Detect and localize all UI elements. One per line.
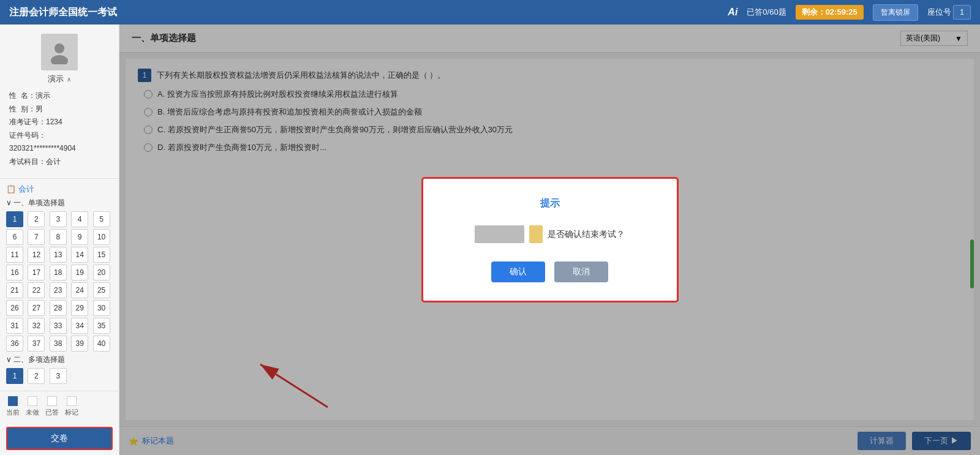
header: 注册会计师全国统一考试 Ai 已答0/60题 剩余：02:59:25 暂离锁屏 … bbox=[0, 0, 980, 24]
lock-screen-button[interactable]: 暂离锁屏 bbox=[873, 4, 918, 21]
dialog-title: 提示 bbox=[448, 197, 652, 210]
legend-current: 当前 bbox=[6, 396, 20, 417]
user-avatar-icon bbox=[47, 40, 72, 64]
legend-current-label: 当前 bbox=[6, 408, 20, 417]
question-btn-38[interactable]: 38 bbox=[50, 336, 67, 352]
header-controls: Ai 已答0/60题 剩余：02:59:25 暂离锁屏 座位号 1 bbox=[728, 4, 971, 21]
timer-display: 剩余：02:59:25 bbox=[796, 5, 864, 20]
question-btn-7[interactable]: 7 bbox=[28, 229, 45, 245]
question-btn-26[interactable]: 26 bbox=[6, 300, 23, 316]
question-btn-39[interactable]: 39 bbox=[71, 336, 88, 352]
blurred-text-1: 演示考生 您 bbox=[475, 225, 525, 243]
dialog-cancel-button[interactable]: 取消 bbox=[554, 261, 608, 282]
profile-sex: 性 别：男 bbox=[9, 103, 110, 116]
question-btn-34[interactable]: 34 bbox=[71, 318, 88, 334]
question-btn-1[interactable]: 1 bbox=[6, 211, 23, 227]
question-btn-29[interactable]: 29 bbox=[71, 300, 88, 316]
question-btn-15[interactable]: 15 bbox=[93, 247, 110, 263]
profile-fullname: 性 名：演示 bbox=[9, 89, 110, 103]
modal-overlay: 提示 演示考生 您 好 是否确认结束考试？ 确认 取消 bbox=[119, 24, 980, 455]
profile-name-text: 演示 bbox=[48, 73, 64, 85]
section2-grid: 1 2 3 bbox=[6, 368, 113, 384]
legend: 当前 未做 已答 标记 bbox=[0, 391, 119, 422]
profile-name-row: 演示 ∧ bbox=[48, 73, 71, 85]
timer-label: 剩余： bbox=[802, 7, 826, 17]
question-btn-8[interactable]: 8 bbox=[50, 229, 67, 245]
multi-question-btn-1[interactable]: 1 bbox=[6, 368, 23, 384]
sidebar: 演示 ∧ 性 名：演示 性 别：男 准考证号：1234 证件号码：320321*… bbox=[0, 24, 119, 455]
app-title: 注册会计师全国统一考试 bbox=[9, 6, 117, 19]
legend-unanswered: 未做 bbox=[26, 396, 39, 417]
subject-label: 📋会计 bbox=[6, 184, 113, 195]
dialog-buttons: 确认 取消 bbox=[448, 261, 652, 282]
question-btn-35[interactable]: 35 bbox=[93, 318, 110, 334]
section2-label: ∨二、多项选择题 bbox=[6, 355, 113, 365]
legend-answered-label: 已答 bbox=[45, 408, 59, 417]
question-btn-4[interactable]: 4 bbox=[71, 211, 88, 227]
question-btn-17[interactable]: 17 bbox=[28, 265, 45, 280]
question-btn-21[interactable]: 21 bbox=[6, 282, 23, 298]
profile-exam-id: 准考证号：1234 bbox=[9, 116, 110, 129]
multi-question-btn-3[interactable]: 3 bbox=[50, 368, 67, 384]
question-btn-14[interactable]: 14 bbox=[71, 247, 88, 263]
question-btn-36[interactable]: 36 bbox=[6, 336, 23, 352]
seat-label: 座位号 bbox=[927, 7, 951, 17]
question-btn-22[interactable]: 22 bbox=[28, 282, 45, 298]
legend-answered-box bbox=[47, 396, 57, 406]
question-btn-10[interactable]: 10 bbox=[93, 229, 110, 245]
legend-unanswered-box bbox=[28, 396, 37, 406]
question-btn-23[interactable]: 23 bbox=[50, 282, 67, 298]
question-btn-31[interactable]: 31 bbox=[6, 318, 23, 334]
profile-subject: 考试科目：会计 bbox=[9, 156, 110, 169]
seat-value: 1 bbox=[953, 5, 971, 20]
question-btn-30[interactable]: 30 bbox=[93, 300, 110, 316]
dialog-content: 演示考生 您 好 是否确认结束考试？ bbox=[448, 225, 652, 243]
dialog-confirm-button[interactable]: 确认 bbox=[491, 261, 545, 282]
content-area: 一、单项选择题 英语(美国) ▼ 1 下列有关长期股权投资权益法增资后仍采用权益… bbox=[119, 24, 980, 455]
question-btn-19[interactable]: 19 bbox=[71, 265, 88, 280]
question-btn-32[interactable]: 32 bbox=[28, 318, 45, 334]
confirm-question-text: 是否确认结束考试？ bbox=[548, 227, 625, 242]
profile-expand-icon[interactable]: ∧ bbox=[67, 76, 71, 83]
font-size-icon[interactable]: Ai bbox=[728, 7, 737, 18]
multi-question-btn-2[interactable]: 2 bbox=[28, 368, 45, 384]
question-btn-13[interactable]: 13 bbox=[50, 247, 67, 263]
question-nav: 📋会计 ∨一、单项选择题 1 2 3 4 5 6 7 8 9 10 11 12 … bbox=[0, 179, 119, 391]
svg-point-1 bbox=[51, 55, 68, 64]
timer-value: 02:59:25 bbox=[826, 7, 858, 17]
avatar bbox=[41, 34, 78, 70]
section1-label: ∨一、单项选择题 bbox=[6, 198, 113, 208]
legend-current-box bbox=[8, 396, 18, 406]
question-btn-3[interactable]: 3 bbox=[50, 211, 67, 227]
legend-marked-box bbox=[67, 396, 77, 406]
blurred-text-2: 好 bbox=[529, 225, 543, 243]
question-btn-9[interactable]: 9 bbox=[71, 229, 88, 245]
legend-marked: 标记 bbox=[65, 396, 78, 417]
question-btn-12[interactable]: 12 bbox=[28, 247, 45, 263]
question-btn-16[interactable]: 16 bbox=[6, 265, 23, 280]
question-btn-27[interactable]: 27 bbox=[28, 300, 45, 316]
profile-cert-number: 证件号码：320321*********4904 bbox=[9, 129, 110, 156]
question-btn-24[interactable]: 24 bbox=[71, 282, 88, 298]
question-btn-25[interactable]: 25 bbox=[93, 282, 110, 298]
question-btn-33[interactable]: 33 bbox=[50, 318, 67, 334]
question-btn-2[interactable]: 2 bbox=[28, 211, 45, 227]
confirm-dialog: 提示 演示考生 您 好 是否确认结束考试？ 确认 取消 bbox=[421, 177, 679, 303]
profile-section: 演示 ∧ 性 名：演示 性 别：男 准考证号：1234 证件号码：320321*… bbox=[0, 24, 119, 179]
seat-number-display: 座位号 1 bbox=[927, 7, 971, 18]
legend-unanswered-label: 未做 bbox=[26, 408, 39, 417]
score-display: 已答0/60题 bbox=[747, 7, 786, 18]
question-btn-20[interactable]: 20 bbox=[93, 265, 110, 280]
question-btn-18[interactable]: 18 bbox=[50, 265, 67, 280]
legend-answered: 已答 bbox=[45, 396, 59, 417]
question-btn-11[interactable]: 11 bbox=[6, 247, 23, 263]
question-btn-6[interactable]: 6 bbox=[6, 229, 23, 245]
legend-marked-label: 标记 bbox=[65, 408, 78, 417]
question-btn-28[interactable]: 28 bbox=[50, 300, 67, 316]
section1-grid: 1 2 3 4 5 6 7 8 9 10 11 12 13 14 15 16 1… bbox=[6, 211, 113, 352]
question-btn-5[interactable]: 5 bbox=[93, 211, 110, 227]
submit-button[interactable]: 交卷 bbox=[6, 427, 113, 450]
profile-info: 性 名：演示 性 别：男 准考证号：1234 证件号码：320321******… bbox=[9, 89, 110, 169]
question-btn-40[interactable]: 40 bbox=[93, 336, 110, 352]
question-btn-37[interactable]: 37 bbox=[28, 336, 45, 352]
